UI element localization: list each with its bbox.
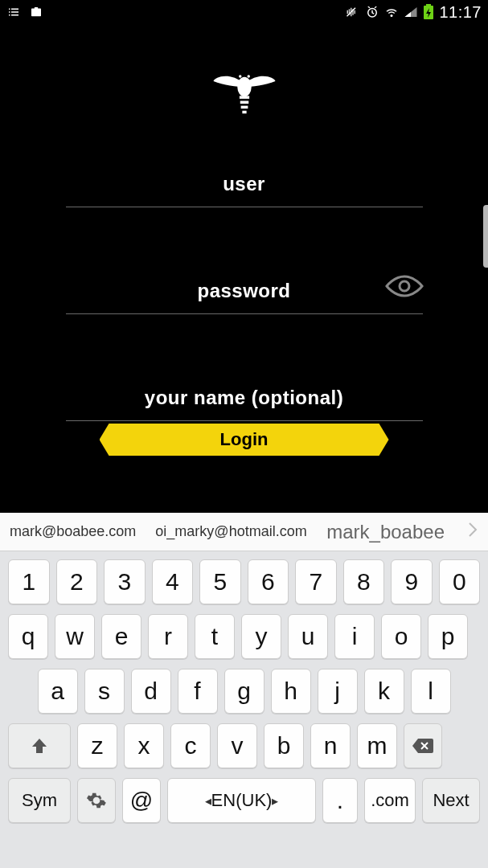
key-u[interactable]: u (288, 614, 328, 659)
com-label: .com (371, 790, 409, 811)
key-r[interactable]: r (148, 614, 188, 659)
signal-icon (404, 5, 418, 19)
shift-key[interactable] (8, 723, 71, 768)
key-1[interactable]: 1 (8, 559, 50, 604)
user-input[interactable] (66, 165, 423, 207)
next-label: Next (433, 790, 469, 811)
dot-key[interactable]: . (322, 778, 358, 823)
dot-label: . (337, 787, 343, 814)
key-b[interactable]: b (264, 723, 304, 768)
key-s[interactable]: s (84, 669, 125, 714)
key-6[interactable]: 6 (248, 559, 289, 604)
clock-time: 11:17 (439, 3, 482, 22)
space-label: EN(UK) (211, 790, 273, 811)
key-0[interactable]: 0 (439, 559, 481, 604)
key-c[interactable]: c (170, 723, 211, 768)
backspace-key[interactable] (404, 723, 442, 768)
key-l[interactable]: l (411, 669, 451, 714)
list-icon (6, 5, 21, 19)
login-button-label: Login (220, 429, 269, 450)
key-z[interactable]: z (77, 723, 117, 768)
status-bar: 11:17 (0, 0, 488, 24)
key-d[interactable]: d (131, 669, 171, 714)
next-key[interactable]: Next (422, 778, 480, 823)
key-p[interactable]: p (428, 614, 468, 659)
key-i[interactable]: i (334, 614, 375, 659)
sym-label: Sym (22, 790, 57, 811)
key-7[interactable]: 7 (295, 559, 337, 604)
svg-point-10 (247, 75, 250, 78)
key-k[interactable]: k (364, 669, 404, 714)
key-m[interactable]: m (357, 723, 397, 768)
login-button[interactable]: Login (100, 424, 389, 456)
sym-key[interactable]: Sym (8, 778, 71, 823)
key-q[interactable]: q (8, 614, 48, 659)
space-key[interactable]: ◂ EN(UK) ▸ (167, 778, 316, 823)
gear-icon (86, 790, 107, 811)
key-t[interactable]: t (195, 614, 235, 659)
battery-charging-icon (423, 4, 434, 20)
key-5[interactable]: 5 (199, 559, 241, 604)
at-key[interactable]: @ (122, 778, 161, 823)
key-8[interactable]: 8 (343, 559, 385, 604)
key-2[interactable]: 2 (56, 559, 98, 604)
chevron-right-icon[interactable] (467, 522, 478, 542)
key-4[interactable]: 4 (152, 559, 194, 604)
password-input[interactable] (66, 272, 423, 314)
at-label: @ (130, 788, 153, 813)
key-n[interactable]: n (310, 723, 351, 768)
key-y[interactable]: y (241, 614, 281, 659)
wifi-icon (384, 5, 399, 19)
key-v[interactable]: v (217, 723, 257, 768)
name-input[interactable] (66, 379, 423, 421)
key-o[interactable]: o (381, 614, 421, 659)
briefcase-check-icon (29, 5, 43, 19)
suggestion-2[interactable]: oi_marky@hotmail.com (155, 523, 306, 540)
key-a[interactable]: a (38, 669, 78, 714)
key-3[interactable]: 3 (104, 559, 146, 604)
vibrate-icon (346, 5, 360, 19)
svg-point-9 (239, 75, 242, 78)
svg-rect-3 (426, 4, 431, 6)
key-f[interactable]: f (178, 669, 218, 714)
alarm-icon (365, 5, 379, 19)
suggestion-bar: mark@boabee.com oi_marky@hotmail.com mar… (0, 513, 488, 551)
suggestion-3[interactable]: mark_boabee (326, 521, 445, 543)
login-screen: Login (0, 24, 488, 513)
key-9[interactable]: 9 (391, 559, 433, 604)
soft-keyboard: mark@boabee.com oi_marky@hotmail.com mar… (0, 513, 488, 868)
backspace-icon (411, 737, 435, 755)
scroll-indicator[interactable] (483, 205, 488, 268)
suggestion-1[interactable]: mark@boabee.com (10, 523, 136, 540)
settings-key[interactable] (77, 778, 116, 823)
toggle-password-visibility[interactable] (384, 273, 424, 302)
key-e[interactable]: e (101, 614, 141, 659)
key-j[interactable]: j (318, 669, 358, 714)
svg-rect-5 (239, 96, 248, 99)
key-w[interactable]: w (55, 614, 95, 659)
key-h[interactable]: h (271, 669, 311, 714)
svg-rect-6 (240, 101, 248, 104)
svg-rect-8 (242, 111, 246, 114)
app-logo-bee (208, 64, 281, 124)
key-g[interactable]: g (224, 669, 265, 714)
svg-point-11 (400, 281, 409, 291)
com-key[interactable]: .com (364, 778, 416, 823)
key-x[interactable]: x (124, 723, 164, 768)
svg-rect-7 (240, 106, 248, 109)
